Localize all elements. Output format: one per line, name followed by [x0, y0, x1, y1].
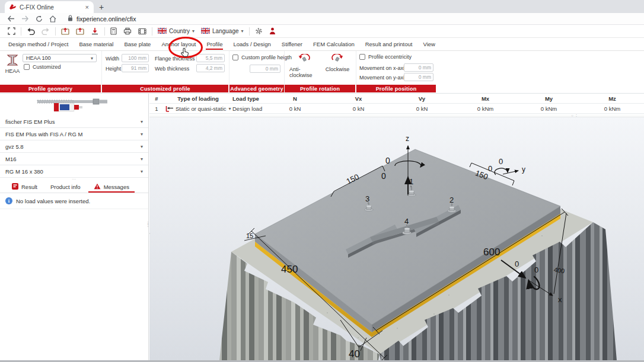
rotate-anticlockwise-button[interactable]: Anti-clockwise [289, 54, 319, 78]
chevron-down-icon: ▾ [241, 28, 244, 34]
section-title-customized-profile: Customized profile [102, 85, 228, 92]
country-dropdown[interactable]: Country ▾ [158, 28, 195, 35]
tab-result[interactable]: Result [5, 181, 44, 193]
flange-thickness-label: Flange thickness [155, 56, 195, 62]
profile-ribbon: HEAA HEAA 100▾ Customized Profile geomet… [0, 51, 644, 94]
anticlockwise-icon [298, 54, 311, 65]
select-steel-grade[interactable]: gvz 5.8▾ [0, 140, 148, 153]
load-table: # Type of loading Load type N Vx Vy Mx M… [149, 94, 644, 114]
chevron-down-icon: ▾ [91, 56, 93, 61]
settings-gear-button[interactable] [255, 27, 263, 35]
custom-profile-height-checkbox[interactable]: Custom profile heigth [232, 55, 292, 60]
menu-loads-design[interactable]: Loads / Design [228, 38, 276, 50]
x-axis-label: x [558, 295, 562, 304]
fullscreen-button[interactable] [8, 27, 15, 35]
panel-profile-position: Profile eccentricity Movement on x-axis … [356, 51, 436, 94]
n-value[interactable]: 0 kN [263, 105, 327, 112]
panel-divider-grip[interactable]: ⋮⋮ [146, 223, 150, 226]
menu-fem-calculation[interactable]: FEM Calculation [308, 38, 360, 50]
flange-thickness-input[interactable] [196, 54, 225, 62]
save-download-button[interactable] [91, 27, 99, 35]
language-dropdown[interactable]: Language ▾ [201, 28, 244, 35]
open-project-button[interactable] [61, 27, 69, 35]
browser-url-bar: fixperience.online/cfix [0, 13, 644, 25]
dim-450: 450 [281, 264, 298, 275]
web-thickness-input[interactable] [196, 64, 225, 72]
home-icon[interactable] [49, 15, 56, 23]
anchor-4-label: 4 [404, 217, 409, 226]
browser-tab[interactable]: C-FIX Online × [5, 1, 94, 13]
forward-icon[interactable] [21, 15, 29, 22]
menu-base-plate[interactable]: Base plate [119, 38, 156, 50]
3d-viewport[interactable]: 1 2 3 4 [149, 117, 644, 360]
chevron-down-icon: ▾ [141, 156, 143, 162]
menu-stiffener[interactable]: Stiffener [276, 38, 308, 50]
result-icon [12, 183, 18, 191]
calculator-button[interactable] [110, 27, 117, 35]
mz-value[interactable]: 0 kNm [581, 105, 644, 112]
tab-product-info[interactable]: Product info [44, 181, 87, 193]
video-button[interactable] [138, 28, 146, 35]
col-vx: Vx [327, 95, 390, 102]
address-field[interactable]: fixperience.online/cfix [68, 15, 136, 23]
app-window: C-FIX Online × + fixperience.online/cfix [0, 0, 644, 362]
anchor-product-image [0, 94, 148, 116]
height-input[interactable] [122, 64, 149, 72]
col-load-type: Load type [232, 95, 263, 102]
custom-profile-height-input[interactable] [250, 65, 280, 73]
section-title-profile-rotation: Profile rotation [285, 85, 355, 92]
section-title-advanced-geometry: Advanced geometry [229, 85, 284, 92]
url-text: fixperience.online/cfix [76, 15, 136, 23]
profile-size-select[interactable]: HEAA 100▾ [23, 54, 97, 62]
chevron-down-icon: ▾ [141, 169, 143, 174]
load-table-row: 1 Static or quasi-static▾ Design load 0 … [149, 104, 644, 114]
menu-design-method[interactable]: Design method / Project [3, 38, 74, 50]
mx-value[interactable]: 0 kNm [454, 105, 517, 112]
info-icon: i [5, 197, 12, 204]
select-rod[interactable]: RG M 16 x 380▾ [0, 165, 148, 178]
new-tab-button[interactable]: + [94, 1, 109, 13]
rotate-clockwise-button[interactable]: Clockwise [324, 54, 351, 72]
movement-y-input[interactable] [404, 73, 433, 81]
profile-eccentricity-checkbox[interactable]: Profile eccentricity [359, 54, 412, 60]
z-force-value: 0 [381, 171, 386, 181]
undo-button[interactable] [27, 27, 35, 35]
sidebar-tabs: Result Product info Messages [0, 181, 148, 193]
type-of-loading-select[interactable]: Static or quasi-static▾ [176, 105, 232, 112]
vx-value[interactable]: 0 kN [327, 105, 390, 112]
select-system[interactable]: FIS EM Plus with FIS A / RG M▾ [0, 128, 148, 140]
movement-x-input[interactable] [404, 63, 433, 72]
redo-button[interactable] [42, 27, 50, 35]
menu-profile[interactable]: Profile [201, 38, 228, 50]
menu-anchor-layout[interactable]: Anchor layout [156, 38, 201, 50]
height-label: Height [106, 66, 121, 72]
print-button[interactable] [123, 27, 132, 35]
reload-icon[interactable] [36, 15, 43, 23]
menu-result-printout[interactable]: Result and printout [360, 38, 418, 50]
country-label: Country [169, 28, 190, 34]
import-project-button[interactable] [76, 27, 84, 35]
row-num: 1 [149, 105, 164, 112]
menu-view[interactable]: View [417, 38, 440, 50]
customized-checkbox[interactable]: Customized [24, 64, 61, 70]
y-translation-value: 0 [488, 164, 492, 173]
width-input[interactable] [122, 54, 149, 62]
col-my: My [517, 95, 581, 102]
browser-tab-title: C-FIX Online [20, 4, 54, 11]
back-icon[interactable] [7, 15, 15, 22]
lock-icon [68, 15, 73, 23]
close-tab-icon[interactable]: × [85, 4, 89, 11]
section-title-profile-position: Profile position [356, 85, 436, 92]
menu-base-material[interactable]: Base material [74, 38, 119, 50]
tab-messages[interactable]: Messages [87, 181, 136, 193]
z-axis-label: z [406, 134, 409, 143]
select-product-line[interactable]: fischer FIS EM Plus▾ [0, 116, 148, 128]
my-value[interactable]: 0 kNm [517, 105, 581, 112]
col-type-of-loading: Type of loading [164, 95, 232, 102]
select-size[interactable]: M16▾ [0, 153, 148, 165]
vy-value[interactable]: 0 kN [390, 105, 454, 112]
col-vy: Vy [390, 95, 454, 102]
message-row: i No load values were inserted. [0, 193, 148, 209]
load-table-header: # Type of loading Load type N Vx Vy Mx M… [149, 94, 644, 104]
contact-person-button[interactable] [269, 27, 276, 35]
